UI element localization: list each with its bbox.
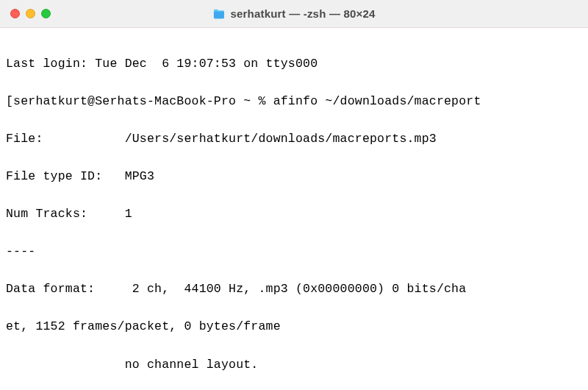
terminal-line: no channel layout. bbox=[6, 355, 582, 375]
window-titlebar: serhatkurt — -zsh — 80×24 bbox=[0, 0, 588, 28]
terminal-line: Last login: Tue Dec 6 19:07:53 on ttys00… bbox=[6, 54, 582, 74]
close-window-button[interactable] bbox=[10, 9, 20, 18]
minimize-window-button[interactable] bbox=[26, 9, 35, 18]
terminal-line: et, 1152 frames/packet, 0 bytes/frame bbox=[6, 317, 582, 336]
terminal-line: Num Tracks: 1 bbox=[6, 205, 582, 224]
maximize-window-button[interactable] bbox=[41, 9, 51, 18]
terminal-line: [serhatkurt@Serhats-MacBook-Pro ~ % afin… bbox=[6, 92, 582, 111]
window-title-group: serhatkurt — -zsh — 80×24 bbox=[212, 7, 375, 20]
terminal-line: ---- bbox=[6, 242, 582, 261]
terminal-viewport[interactable]: Last login: Tue Dec 6 19:07:53 on ttys00… bbox=[0, 28, 588, 390]
terminal-line: File type ID: MPG3 bbox=[6, 167, 582, 186]
window-title: serhatkurt — -zsh — 80×24 bbox=[230, 7, 375, 20]
terminal-line: File: /Users/serhatkurt/downloads/macrep… bbox=[6, 130, 582, 149]
window-controls bbox=[10, 9, 51, 18]
terminal-line: Data format: 2 ch, 44100 Hz, .mp3 (0x000… bbox=[6, 280, 582, 299]
folder-icon bbox=[212, 9, 225, 19]
